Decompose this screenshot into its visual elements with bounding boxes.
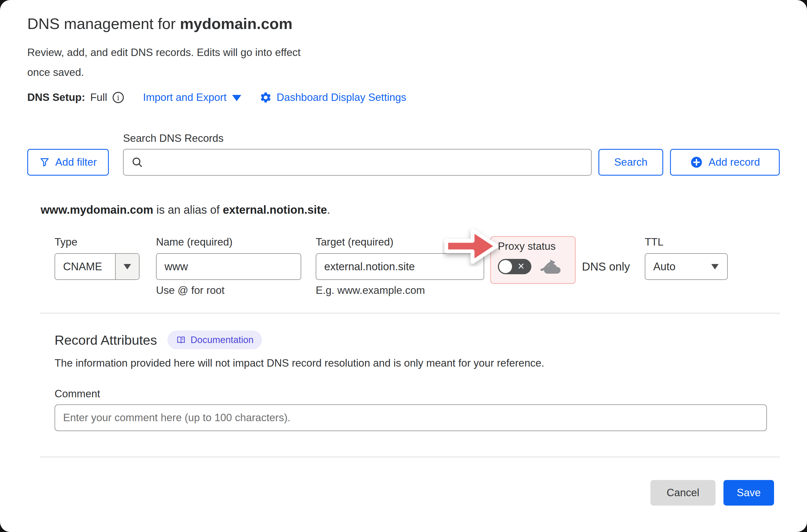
name-label: Name (required) [156, 236, 301, 249]
page-subtitle: Review, add, and edit DNS records. Edits… [27, 43, 323, 82]
divider [40, 457, 780, 457]
search-icon [131, 156, 143, 169]
record-attributes-section: Record Attributes Documentation The info… [55, 330, 780, 431]
proxy-status-label: Proxy status [498, 241, 568, 252]
alias-middle: is an alias of [153, 204, 223, 216]
target-hint: E.g. www.example.com [316, 284, 484, 297]
dns-setup-row: DNS Setup: Full i Import and Export Dash… [27, 91, 780, 104]
dashboard-display-settings-link[interactable]: Dashboard Display Settings [260, 91, 406, 104]
add-record-label: Add record [709, 156, 760, 168]
chevron-down-icon [711, 264, 718, 269]
dns-only-cloud-icon [540, 258, 565, 276]
record-attributes-heading: Record Attributes [55, 332, 157, 348]
search-button-label: Search [614, 156, 647, 168]
proxy-toggle[interactable]: × [498, 259, 531, 274]
svg-text:i: i [117, 94, 119, 102]
dns-setup-value: Full [90, 92, 108, 103]
page-title: DNS management for mydomain.com [27, 15, 780, 32]
target-label: Target (required) [316, 236, 484, 249]
divider [40, 313, 780, 314]
chevron-down-icon [232, 95, 241, 101]
alias-target: external.notion.site [223, 204, 327, 216]
comment-input[interactable] [55, 404, 767, 431]
type-select-value: CNAME [55, 261, 115, 273]
proxy-status-box: Proxy status × [490, 236, 576, 284]
ttl-label: TTL [645, 236, 728, 249]
search-section: Search DNS Records Add filter Search Add… [27, 132, 780, 176]
save-button-label: Save [737, 487, 761, 499]
filter-icon [39, 157, 50, 168]
type-field-group: Type CNAME [55, 236, 139, 280]
import-export-link[interactable]: Import and Export [143, 92, 241, 103]
add-filter-button[interactable]: Add filter [27, 149, 109, 176]
search-button[interactable]: Search [598, 149, 663, 176]
documentation-badge[interactable]: Documentation [167, 330, 262, 349]
name-input[interactable] [156, 253, 301, 280]
search-input[interactable] [149, 152, 591, 173]
comment-label: Comment [55, 388, 780, 400]
search-label: Search DNS Records [123, 132, 780, 145]
ttl-field-group: TTL Auto [645, 236, 728, 280]
proxy-state-group: DNS only [582, 236, 630, 280]
proxy-toggle-knob [499, 260, 512, 273]
name-hint: Use @ for root [156, 284, 301, 297]
book-icon [176, 335, 186, 345]
toggle-off-x-icon: × [518, 260, 524, 272]
info-icon[interactable]: i [112, 91, 125, 104]
target-input[interactable] [316, 253, 484, 280]
gear-icon [260, 91, 272, 104]
cancel-button[interactable]: Cancel [650, 480, 715, 506]
page-title-prefix: DNS management for [27, 15, 180, 32]
ttl-select[interactable]: Auto [645, 253, 728, 280]
name-field-group: Name (required) Use @ for root [156, 236, 301, 297]
type-label: Type [55, 236, 139, 249]
alias-period: . [327, 204, 330, 216]
search-input-container [123, 149, 592, 176]
cancel-button-label: Cancel [667, 487, 699, 499]
dashboard-display-settings-label: Dashboard Display Settings [276, 92, 406, 103]
dns-setup-label: DNS Setup: [27, 92, 85, 103]
import-export-label: Import and Export [143, 92, 227, 103]
save-button[interactable]: Save [724, 480, 774, 506]
type-select-arrow [115, 254, 139, 279]
plus-circle-icon [690, 156, 703, 169]
documentation-badge-label: Documentation [191, 335, 254, 345]
proxy-state-text: DNS only [582, 253, 630, 280]
record-form-row: Type CNAME Name (required) Use @ for roo… [55, 236, 780, 297]
alias-sentence: www.mydomain.com is an alias of external… [41, 204, 780, 216]
chevron-down-icon [123, 264, 131, 269]
target-field-group: Target (required) E.g. www.example.com [316, 236, 484, 297]
type-select[interactable]: CNAME [55, 253, 139, 280]
ttl-select-value: Auto [653, 261, 675, 273]
dns-management-panel: DNS management for mydomain.com Review, … [0, 0, 807, 532]
alias-source: www.mydomain.com [41, 204, 153, 216]
footer-actions: Cancel Save [27, 480, 774, 506]
add-record-button[interactable]: Add record [670, 149, 780, 176]
record-attributes-description: The information provided here will not i… [55, 357, 780, 369]
page-title-domain: mydomain.com [180, 15, 292, 32]
add-filter-label: Add filter [55, 156, 97, 168]
